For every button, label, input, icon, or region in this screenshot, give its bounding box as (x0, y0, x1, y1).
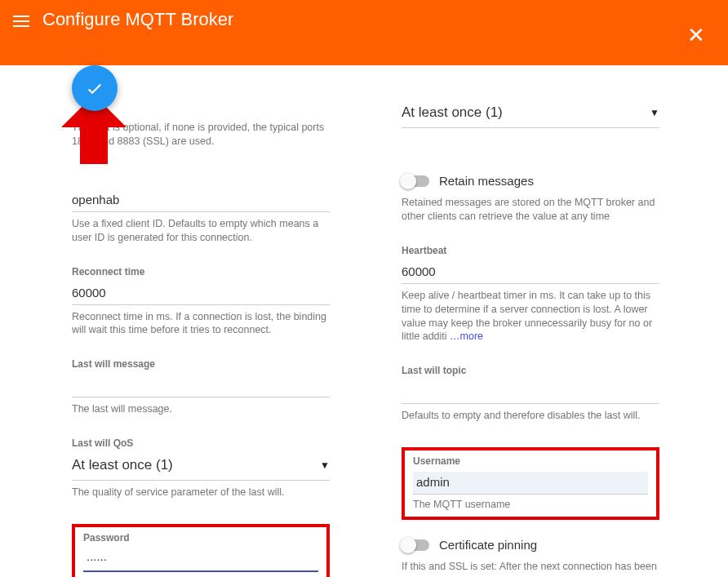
lastwill-qos-value: At least once (1) (72, 457, 173, 473)
page-title: Configure MQTT Broker (42, 9, 233, 30)
menu-icon[interactable] (13, 11, 33, 31)
reconnect-field: Reconnect time Reconnect time in ms. If … (72, 266, 330, 338)
retain-label: Retain messages (439, 174, 534, 188)
client-id-field: Use a fixed client ID. Defaults to empty… (72, 189, 330, 245)
retain-toggle[interactable] (402, 175, 429, 187)
close-icon[interactable]: ✕ (687, 24, 705, 46)
lastwill-qos-field: Last will QoS At least once (1) ▼ The qu… (72, 437, 330, 499)
lastwill-message-label: Last will message (72, 358, 330, 370)
username-input[interactable] (413, 472, 648, 495)
heartbeat-input[interactable] (402, 261, 659, 284)
save-fab[interactable] (72, 65, 118, 111)
qos-value: At least once (1) (402, 104, 503, 121)
password-label: Password (83, 532, 318, 544)
lastwill-topic-field: Last will topic Defaults to empty and th… (402, 365, 659, 423)
heartbeat-label: Heartbeat (402, 245, 659, 256)
cert-pin-help: If this and SSL is set: After the next c… (402, 560, 659, 574)
qos-select[interactable]: At least once (1) ▼ (402, 101, 659, 128)
lastwill-topic-input[interactable] (402, 381, 659, 404)
username-highlight: Username The MQTT username (402, 447, 659, 520)
reconnect-help: Reconnect time in ms. If a connection is… (72, 310, 330, 338)
chevron-down-icon: ▼ (650, 107, 659, 118)
reconnect-label: Reconnect time (72, 266, 330, 277)
username-label: Username (413, 455, 648, 467)
username-help: The MQTT username (413, 498, 648, 512)
client-id-input[interactable] (72, 189, 330, 212)
cert-pin-toggle[interactable] (402, 539, 429, 551)
app-header: Configure MQTT Broker ✕ (0, 0, 728, 65)
cert-pin-field: Certificate pinning If this and SSL is s… (402, 538, 659, 574)
lastwill-message-help: The last will message. (72, 402, 330, 416)
password-input[interactable] (83, 548, 318, 572)
lastwill-qos-select[interactable]: At least once (1) ▼ (72, 454, 330, 481)
check-icon (85, 78, 104, 98)
lastwill-message-input[interactable] (72, 375, 330, 397)
retain-field: Retain messages Retained messages are st… (402, 174, 659, 224)
lastwill-topic-help: Defaults to empty and therefore disables… (402, 409, 659, 423)
cert-pin-label: Certificate pinning (439, 538, 537, 552)
password-highlight: Password The MQTT password (72, 524, 330, 577)
qos-field: At least once (1) ▼ (402, 101, 659, 128)
reconnect-input[interactable] (72, 282, 330, 305)
heartbeat-help: Keep alive / heartbeat timer in ms. It c… (402, 289, 659, 344)
lastwill-qos-label: Last will QoS (72, 437, 330, 449)
heartbeat-field: Heartbeat Keep alive / heartbeat timer i… (402, 245, 659, 344)
retain-help: Retained messages are stored on the MQTT… (402, 196, 659, 224)
client-id-help: Use a fixed client ID. Defaults to empty… (72, 217, 330, 245)
lastwill-message-field: Last will message The last will message. (72, 358, 330, 416)
heartbeat-more-link[interactable]: …more (450, 331, 483, 342)
lastwill-qos-help: The quality of service parameter of the … (72, 486, 330, 499)
chevron-down-icon: ▼ (320, 459, 330, 471)
lastwill-topic-label: Last will topic (402, 365, 659, 376)
right-column: At least once (1) ▼ Retain messages Reta… (385, 73, 708, 577)
